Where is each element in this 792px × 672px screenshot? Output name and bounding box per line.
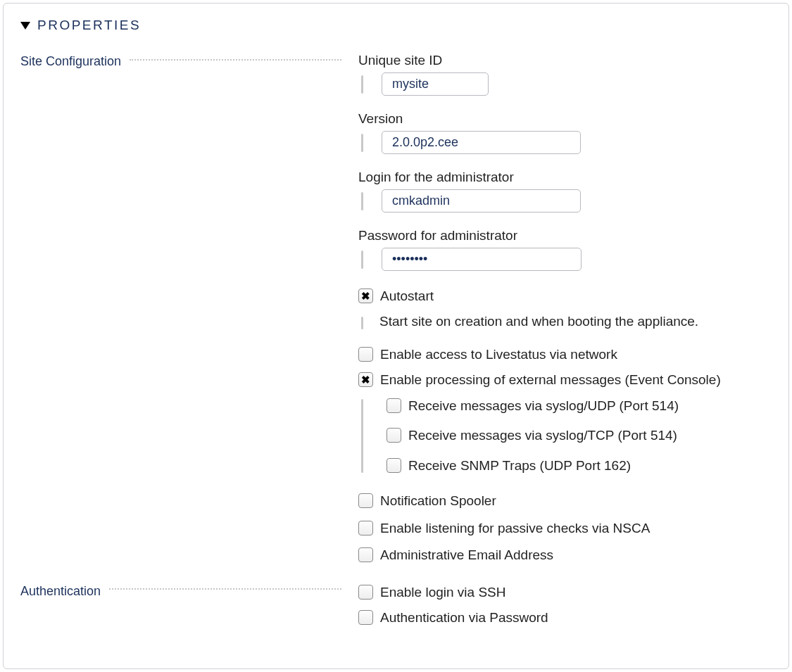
site-id-field: Unique site ID <box>358 53 765 96</box>
dotted-separator <box>109 588 341 590</box>
syslog-udp-label: Receive messages via syslog/UDP (Port 51… <box>408 396 679 417</box>
indent-line <box>361 251 363 269</box>
authentication-section: Authentication Enable login via SSH Auth… <box>20 583 772 634</box>
livestatus-checkbox[interactable] <box>358 347 373 362</box>
simple-checks-group: Notification Spooler Enable listening fo… <box>358 491 765 566</box>
admin-email-checkbox[interactable] <box>358 547 373 562</box>
site-config-content: Unique site ID Version Login for the adm… <box>358 53 772 573</box>
notification-spooler-checkbox[interactable] <box>358 493 373 508</box>
autostart-checkbox[interactable] <box>358 289 373 303</box>
autostart-row: Autostart <box>358 286 765 307</box>
version-label: Version <box>358 111 765 127</box>
password-auth-label: Authentication via Password <box>380 608 548 628</box>
snmp-traps-checkbox[interactable] <box>386 458 401 473</box>
nsca-row: Enable listening for passive checks via … <box>358 519 765 539</box>
panel-title: Properties <box>37 18 141 33</box>
syslog-tcp-label: Receive messages via syslog/TCP (Port 51… <box>408 426 677 446</box>
section-label-text: Site Configuration <box>20 54 130 69</box>
section-label-text: Authentication <box>20 584 109 599</box>
input-wrapper <box>358 189 765 213</box>
ssh-checkbox[interactable] <box>358 585 373 600</box>
event-console-row: Enable processing of external messages (… <box>358 370 765 391</box>
version-field: Version <box>358 111 765 154</box>
site-configuration-section: Site Configuration Unique site ID Versio… <box>20 53 772 573</box>
syslog-udp-row: Receive messages via syslog/UDP (Port 51… <box>386 396 765 417</box>
nsca-checkbox[interactable] <box>358 521 373 535</box>
ssh-row: Enable login via SSH <box>358 583 765 603</box>
event-console-checkbox[interactable] <box>358 372 373 387</box>
properties-panel: Properties Site Configuration Unique sit… <box>3 3 789 669</box>
input-wrapper <box>358 248 765 271</box>
password-auth-checkbox[interactable] <box>358 610 373 625</box>
snmp-traps-label: Receive SNMP Traps (UDP Port 162) <box>408 456 631 476</box>
indent-line <box>361 192 363 210</box>
dotted-separator <box>130 59 341 61</box>
panel-header[interactable]: Properties <box>20 18 772 33</box>
snmp-traps-row: Receive SNMP Traps (UDP Port 162) <box>386 456 765 476</box>
site-id-label: Unique site ID <box>358 53 765 68</box>
admin-email-label: Administrative Email Address <box>380 545 553 566</box>
admin-login-label: Login for the administrator <box>358 170 765 185</box>
event-console-children: Receive messages via syslog/UDP (Port 51… <box>358 396 765 479</box>
nsca-label: Enable listening for passive checks via … <box>380 519 650 539</box>
input-wrapper <box>358 72 765 96</box>
livestatus-label: Enable access to Livestatus via network <box>380 345 617 365</box>
admin-password-input[interactable] <box>382 248 582 271</box>
syslog-tcp-checkbox[interactable] <box>386 428 401 443</box>
nested-items: Receive messages via syslog/UDP (Port 51… <box>386 396 765 479</box>
password-auth-row: Authentication via Password <box>358 608 765 628</box>
version-input[interactable] <box>382 131 581 154</box>
input-wrapper <box>358 131 765 154</box>
ssh-label: Enable login via SSH <box>380 583 506 603</box>
admin-password-field: Password for administrator <box>358 228 765 271</box>
autostart-group: Autostart Start site on creation and whe… <box>358 286 765 329</box>
syslog-udp-checkbox[interactable] <box>386 398 401 413</box>
autostart-label: Autostart <box>380 286 434 307</box>
notification-spooler-row: Notification Spooler <box>358 491 765 512</box>
autostart-description-row: Start site on creation and when booting … <box>358 314 765 329</box>
section-label: Site Configuration <box>20 53 358 69</box>
collapse-toggle-icon <box>20 22 30 30</box>
syslog-tcp-row: Receive messages via syslog/TCP (Port 51… <box>386 426 765 446</box>
indent-line <box>361 134 363 152</box>
section-label: Authentication <box>20 583 358 599</box>
nested-indent-line <box>361 399 363 474</box>
admin-email-row: Administrative Email Address <box>358 545 765 566</box>
indent-line <box>361 75 363 94</box>
livestatus-row: Enable access to Livestatus via network <box>358 345 765 365</box>
site-id-input[interactable] <box>382 72 489 96</box>
authentication-content: Enable login via SSH Authentication via … <box>358 583 772 634</box>
autostart-description: Start site on creation and when booting … <box>379 314 698 329</box>
admin-login-input[interactable] <box>382 189 581 213</box>
indent-line <box>361 317 363 329</box>
notification-spooler-label: Notification Spooler <box>380 491 496 512</box>
event-console-label: Enable processing of external messages (… <box>380 370 721 391</box>
admin-password-label: Password for administrator <box>358 228 765 243</box>
admin-login-field: Login for the administrator <box>358 170 765 213</box>
